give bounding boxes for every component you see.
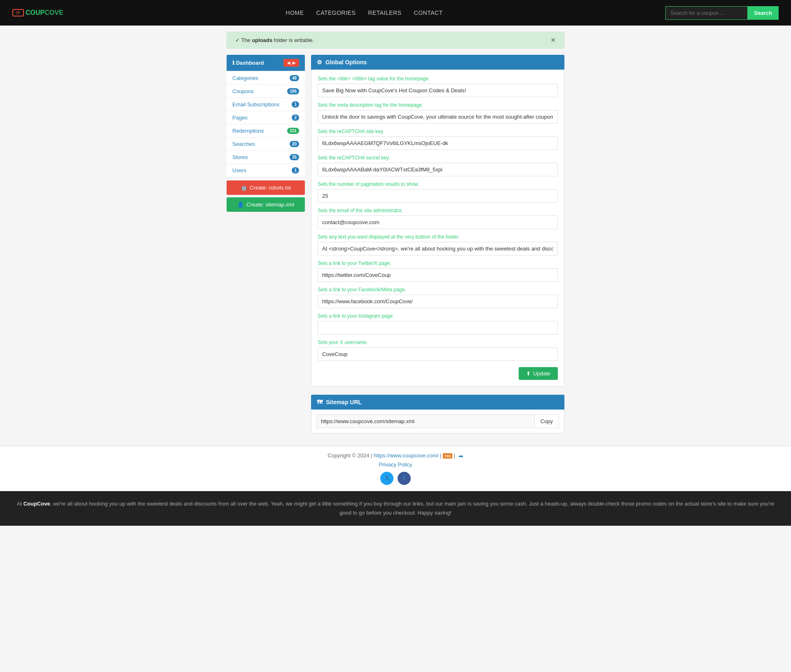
field-label-10: Sets your X username.	[318, 340, 558, 345]
dashboard-label: ℹ Dashboard	[232, 60, 264, 66]
footer-copyright: Copyright © 2024 | https://www.coupcove.…	[6, 452, 785, 459]
email-subscriptions-badge: 1	[292, 101, 299, 108]
sidebar-item-stores[interactable]: Stores 35	[227, 151, 305, 164]
alert-message: ✓ The uploads folder is writable.	[235, 37, 314, 43]
field-label-7: Sets a link to your Twitter/X page.	[318, 260, 558, 266]
facebook-icon[interactable]: f	[398, 472, 411, 485]
field-twitter-link[interactable]	[318, 268, 558, 282]
twitter-icon[interactable]: 𝕏	[380, 472, 393, 485]
dashboard-badge: ◄►	[283, 59, 299, 67]
footer-bottom: At CoupCove, we're all about hooking you…	[0, 491, 791, 526]
upload-icon: ⬆	[526, 370, 531, 377]
logo: COUPCOVE	[12, 9, 63, 16]
field-pagination[interactable]	[318, 189, 558, 203]
footer-links: Privacy Policy	[6, 461, 785, 468]
field-admin-email[interactable]	[318, 215, 558, 229]
stores-badge: 35	[290, 154, 299, 160]
email-subscriptions-link[interactable]: Email Subscriptions	[232, 101, 279, 108]
field-label-4: Sets the number of pagination results to…	[318, 181, 558, 187]
field-label-5: Sets the email of the site administrator…	[318, 208, 558, 213]
main-nav: HOME CATEGORIES RETAILERS CONTACT	[286, 9, 443, 16]
robot-icon: 🤖	[241, 185, 247, 191]
sidebar-item-categories[interactable]: Categories 48	[227, 72, 305, 85]
gear-icon: ⚙	[317, 59, 322, 66]
field-recaptcha-secret-key[interactable]	[318, 163, 558, 176]
coupons-link[interactable]: Coupons	[232, 88, 254, 94]
field-label-8: Sets a link to your Facebook/Meta page.	[318, 287, 558, 293]
stores-link[interactable]: Stores	[232, 154, 248, 160]
sitemap-body: Copy	[311, 410, 564, 433]
global-options-header: ⚙ Global Options	[311, 55, 564, 70]
sidebar-item-users[interactable]: Users 1	[227, 164, 305, 177]
field-x-username[interactable]	[318, 347, 558, 361]
redemptions-badge: 231	[287, 128, 299, 134]
social-icons: 𝕏 f	[6, 472, 785, 485]
field-label-1: Sets the meta description tag for the ho…	[318, 102, 558, 108]
header-search-form: Search	[665, 6, 779, 20]
pages-badge: 2	[292, 115, 299, 121]
logo-icon	[12, 9, 24, 16]
privacy-policy-link[interactable]: Privacy Policy	[379, 461, 412, 468]
footer-top: Copyright © 2024 | https://www.coupcove.…	[0, 446, 791, 491]
users-badge: 1	[292, 167, 299, 173]
logo-text-cove: COVE	[44, 9, 63, 16]
categories-badge: 48	[290, 75, 299, 81]
nav-categories[interactable]: CATEGORIES	[316, 9, 356, 16]
alert-bar: ✓ The uploads folder is writable. ✕	[227, 32, 564, 49]
create-robots-button[interactable]: 🤖 Create: robots.txt	[227, 180, 305, 195]
nav-retailers[interactable]: RETAILERS	[368, 9, 401, 16]
field-label-3: Sets the reCAPTCHA secret key.	[318, 155, 558, 161]
pages-link[interactable]: Pages	[232, 115, 248, 121]
field-footer-text[interactable]	[318, 242, 558, 255]
copy-button[interactable]: Copy	[535, 414, 559, 428]
field-instagram-link[interactable]	[318, 321, 558, 335]
sidebar-item-searches[interactable]: Searches 20	[227, 138, 305, 151]
field-label-6: Sets any text you want displayed at the …	[318, 234, 558, 240]
search-button[interactable]: Search	[748, 6, 779, 20]
footer-site-link[interactable]: https://www.coupcove.com/	[374, 452, 439, 459]
redemptions-link[interactable]: Redemptions	[232, 128, 264, 134]
sitemap-icon: 👤	[237, 201, 244, 208]
sidebar-item-pages[interactable]: Pages 2	[227, 111, 305, 124]
logo-text-coup: COUP	[26, 9, 44, 16]
field-label-2: Sets the reCAPTCHA site key.	[318, 129, 558, 134]
sidebar-item-email-subscriptions[interactable]: Email Subscriptions 1	[227, 98, 305, 111]
login-icon: ➡	[459, 453, 463, 459]
searches-link[interactable]: Searches	[232, 141, 255, 147]
content-area: ⚙ Global Options Sets the <title> </titl…	[311, 55, 564, 433]
field-title[interactable]	[318, 84, 558, 97]
logo-text: COUPCOVE	[26, 9, 63, 16]
rss-icon: rss	[443, 453, 452, 459]
global-options-body: Sets the <title> </title> tag value for …	[311, 70, 564, 386]
sidebar-item-coupons[interactable]: Coupons 186	[227, 85, 305, 98]
nav-contact[interactable]: CONTACT	[414, 9, 443, 16]
nav-home[interactable]: HOME	[286, 9, 304, 16]
create-sitemap-button[interactable]: 👤 Create: sitemap.xml	[227, 197, 305, 212]
alert-close-button[interactable]: ✕	[550, 36, 556, 44]
searches-badge: 20	[290, 141, 299, 147]
field-label-9: Sets a link to your Instagram page.	[318, 313, 558, 319]
sidebar: ℹ Dashboard ◄► Categories 48 Coupons 186…	[227, 55, 305, 433]
categories-link[interactable]: Categories	[232, 75, 258, 81]
field-label-0: Sets the <title> </title> tag value for …	[318, 76, 558, 82]
update-button[interactable]: ⬆ Update	[519, 367, 558, 380]
field-facebook-link[interactable]	[318, 295, 558, 308]
field-recaptcha-site-key[interactable]	[318, 136, 558, 150]
sitemap-url-input[interactable]	[316, 414, 535, 428]
alert-bold: uploads	[252, 37, 272, 43]
footer-bottom-text: At CoupCove, we're all about hooking you…	[17, 501, 775, 516]
users-link[interactable]: Users	[232, 167, 246, 173]
sidebar-dashboard[interactable]: ℹ Dashboard ◄►	[227, 55, 305, 71]
sitemap-section-icon: 🗺	[317, 399, 323, 405]
header: COUPCOVE HOME CATEGORIES RETAILERS CONTA…	[0, 0, 791, 26]
field-meta-description[interactable]	[318, 110, 558, 124]
search-input[interactable]	[665, 6, 748, 20]
main-container: ℹ Dashboard ◄► Categories 48 Coupons 186…	[227, 55, 564, 446]
sitemap-header: 🗺 Sitemap URL	[311, 395, 564, 410]
coupons-badge: 186	[287, 88, 299, 94]
sidebar-item-redemptions[interactable]: Redemptions 231	[227, 124, 305, 138]
